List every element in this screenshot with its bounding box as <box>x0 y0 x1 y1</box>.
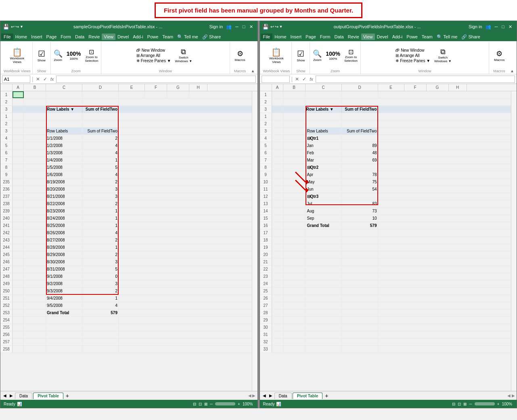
left-col-g-header[interactable]: G <box>167 84 189 91</box>
show-btn[interactable]: ☑ Show <box>36 48 47 63</box>
cell-a3[interactable] <box>13 106 24 113</box>
right-tab-data[interactable]: Data <box>274 393 292 399</box>
left-nav-left[interactable]: ◀ <box>2 393 8 398</box>
right-menu-page[interactable]: Page <box>304 34 318 40</box>
left-menu-insert[interactable]: Insert <box>29 34 44 40</box>
left-zoom-out[interactable]: ─ <box>210 402 213 406</box>
right-cancel-icon[interactable]: ✕ <box>294 76 300 82</box>
cell-e2[interactable] <box>119 99 145 105</box>
right-menu-devel[interactable]: Devel <box>375 34 390 40</box>
cell-d1[interactable] <box>82 91 119 98</box>
arrange-all-btn[interactable]: ⊞ Arrange All <box>136 53 171 58</box>
right-cell-d3-header[interactable]: Sum of FieldTwo <box>342 106 378 113</box>
left-menu-page[interactable]: Page <box>44 34 59 40</box>
right-col-h-header[interactable]: H <box>449 84 467 91</box>
left-share-icon[interactable]: 👥 <box>226 24 232 29</box>
right-zoom-bar[interactable] <box>475 402 495 405</box>
right-share-icon[interactable]: 👥 <box>486 24 491 29</box>
cell-b3[interactable] <box>24 106 46 113</box>
new-window-btn[interactable]: 🗗 New Window <box>136 48 171 52</box>
zoom-btn[interactable]: 🔍 Zoom <box>52 48 64 63</box>
left-menu-home[interactable]: Home <box>13 34 29 40</box>
left-menu-review[interactable]: Revie <box>86 34 102 40</box>
right-view-preview[interactable]: ⊠ <box>463 402 467 406</box>
left-col-a-header[interactable]: A <box>13 84 24 91</box>
cell-a1r[interactable] <box>272 91 283 98</box>
right-nav-right[interactable]: ▶ <box>268 393 274 398</box>
left-col-d-header[interactable]: D <box>82 84 119 91</box>
right-col-g-header[interactable]: G <box>427 84 449 91</box>
right-view-page[interactable]: ⊡ <box>458 402 461 406</box>
cell-h1[interactable] <box>189 91 207 98</box>
cell-c2r[interactable] <box>306 99 342 105</box>
right-zoom-100-btn[interactable]: 100% 100% <box>324 50 341 61</box>
right-col-c-header[interactable]: C <box>306 84 342 91</box>
right-scrollbar-v[interactable] <box>511 91 517 391</box>
right-menu-review[interactable]: Revie <box>346 34 361 40</box>
left-nav-right[interactable]: ▶ <box>8 393 14 398</box>
right-col-d-header[interactable]: D <box>342 84 378 91</box>
right-menu-power[interactable]: Powe <box>404 34 420 40</box>
right-minimize-btn[interactable]: ─ <box>493 24 500 29</box>
cell-d2[interactable] <box>82 99 119 105</box>
left-menu-data[interactable]: Data <box>73 34 86 40</box>
left-signin[interactable]: Sign in <box>209 24 223 29</box>
left-menu-addin[interactable]: Add-i <box>131 34 145 40</box>
left-minimize-btn[interactable]: ─ <box>233 24 241 29</box>
cell-a2r[interactable] <box>272 99 283 105</box>
freeze-panes-btn[interactable]: ❄ Freeze Panes ▼ <box>136 59 171 63</box>
left-confirm-icon[interactable]: ✓ <box>42 76 48 82</box>
right-menu-form[interactable]: Form <box>318 34 333 40</box>
right-col-b-header[interactable]: B <box>283 84 306 91</box>
right-fx-icon[interactable]: fx <box>309 77 314 82</box>
cell-a2[interactable] <box>13 99 24 105</box>
cell-g1[interactable] <box>167 91 189 98</box>
right-freeze-panes-btn[interactable]: ❄ Freeze Panes ▼ <box>396 59 430 63</box>
right-show-btn[interactable]: ☑ Show <box>295 48 306 63</box>
cell-c3-header[interactable]: Row Labels ▼ <box>46 106 82 113</box>
cell-f1[interactable] <box>145 91 167 98</box>
right-name-box[interactable] <box>262 76 290 83</box>
macros-btn[interactable]: ⚙ Macros <box>233 48 246 63</box>
right-view-normal[interactable]: ⊟ <box>452 402 455 406</box>
right-zoom-to-selection-btn[interactable]: ⊡ Zoom toSelection <box>343 47 359 64</box>
cell-a1[interactable] <box>13 91 24 98</box>
right-menu-share[interactable]: 🔗 Share <box>459 34 482 40</box>
cell-b2[interactable] <box>24 99 46 105</box>
left-menu-file[interactable]: File <box>1 34 13 40</box>
right-tab-pivot[interactable]: Pivot Table <box>293 393 323 399</box>
right-col-e-header[interactable]: E <box>378 84 404 91</box>
right-save-icon[interactable]: 💾 <box>262 24 269 30</box>
cell-d1r[interactable] <box>342 91 378 98</box>
right-macros-btn[interactable]: ⚙ Macros <box>493 48 506 63</box>
right-add-sheet[interactable]: + <box>323 393 330 399</box>
right-col-a-header[interactable]: A <box>272 84 283 91</box>
right-customize-icon[interactable]: ▼ <box>279 25 283 29</box>
left-save-icon[interactable]: 💾 <box>3 24 9 30</box>
left-col-e-header[interactable]: E <box>119 84 145 91</box>
left-view-normal[interactable]: ⊟ <box>193 402 196 406</box>
right-menu-insert[interactable]: Insert <box>289 34 304 40</box>
right-zoom-in[interactable]: + <box>497 402 500 406</box>
left-scrollbar-v[interactable] <box>252 91 257 391</box>
left-menu-share[interactable]: 🔗 Share <box>200 34 223 40</box>
left-cancel-icon[interactable]: ✕ <box>35 76 41 82</box>
cell-d3-header[interactable]: Sum of FieldTwo <box>82 106 119 113</box>
cell-b2r[interactable] <box>283 99 306 105</box>
cell-c2[interactable] <box>46 99 82 105</box>
left-tab-data[interactable]: Data <box>15 393 32 399</box>
cell-e3r[interactable] <box>378 106 404 113</box>
left-close-btn[interactable]: ✕ <box>247 24 255 29</box>
left-fx-icon[interactable]: fx <box>50 77 55 82</box>
right-menu-team[interactable]: Team <box>420 34 435 40</box>
left-menu-power[interactable]: Powe <box>145 34 161 40</box>
switch-windows-btn[interactable]: ⧉ SwitchWindows ▼ <box>173 47 195 64</box>
right-ribbon-collapse[interactable]: ▲ <box>509 68 515 74</box>
workbook-views-btn[interactable]: 📋 WorkbookViews <box>8 46 25 65</box>
left-col-c-header[interactable]: C <box>46 84 82 91</box>
left-col-h-header[interactable]: H <box>189 84 207 91</box>
right-cell-c3-header[interactable]: Row Labels ▼ <box>306 106 342 113</box>
left-name-box[interactable] <box>2 76 30 83</box>
cell-a3r[interactable] <box>272 106 283 113</box>
right-redo-icon[interactable]: ↪ <box>275 24 278 29</box>
